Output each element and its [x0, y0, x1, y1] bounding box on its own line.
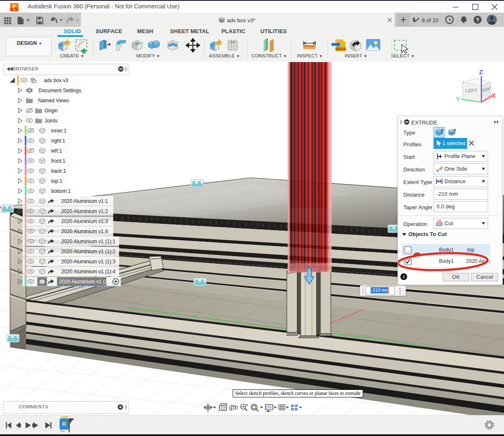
svg-text:Y: Y — [456, 95, 460, 102]
svg-text:2020 Aluminium v1 (1):1: 2020 Aluminium v1 (1):1 — [61, 239, 116, 244]
svg-text:left:1: left:1 — [51, 148, 62, 154]
svg-text:back:1: back:1 — [51, 168, 66, 174]
svg-text:2020 Aluminium v1:4: 2020 Aluminium v1:4 — [61, 228, 108, 234]
svg-text:bottom:1: bottom:1 — [51, 188, 71, 194]
svg-text:Named Views: Named Views — [38, 98, 69, 104]
svg-text:2020 Aluminium v1:2: 2020 Aluminium v1:2 — [61, 208, 108, 214]
svg-text:2020 Aluminium v1 (1):4: 2020 Aluminium v1 (1):4 — [61, 269, 116, 275]
svg-text:top:1: top:1 — [51, 178, 62, 184]
svg-text:X: X — [491, 92, 496, 99]
svg-text:2020 Aluminium v1:1: 2020 Aluminium v1:1 — [61, 198, 108, 204]
svg-text:right:1: right:1 — [51, 138, 65, 144]
svg-text:Origin: Origin — [44, 108, 58, 114]
svg-text:inner:1: inner:1 — [51, 128, 67, 134]
svg-text:Z: Z — [479, 68, 483, 75]
svg-text:adv box v3: adv box v3 — [44, 78, 68, 83]
svg-text:2020 Aluminium v1:3: 2020 Aluminium v1:3 — [61, 218, 108, 224]
svg-text:Joints: Joints — [44, 118, 57, 124]
svg-text:2020 Aluminium v1 (1):2: 2020 Aluminium v1 (1):2 — [61, 249, 116, 254]
svg-text:⚙SVG: ⚙SVG — [335, 47, 346, 51]
svg-text:front:1: front:1 — [51, 158, 65, 164]
svg-text:LEFT: LEFT — [465, 88, 478, 93]
svg-text:2020 Aluminium v1 (1):3: 2020 Aluminium v1 (1):3 — [61, 259, 116, 265]
svg-text:2020 Aluminium v1 (2...: 2020 Aluminium v1 (2... — [59, 279, 112, 285]
svg-text:Document Settings: Document Settings — [39, 88, 81, 93]
